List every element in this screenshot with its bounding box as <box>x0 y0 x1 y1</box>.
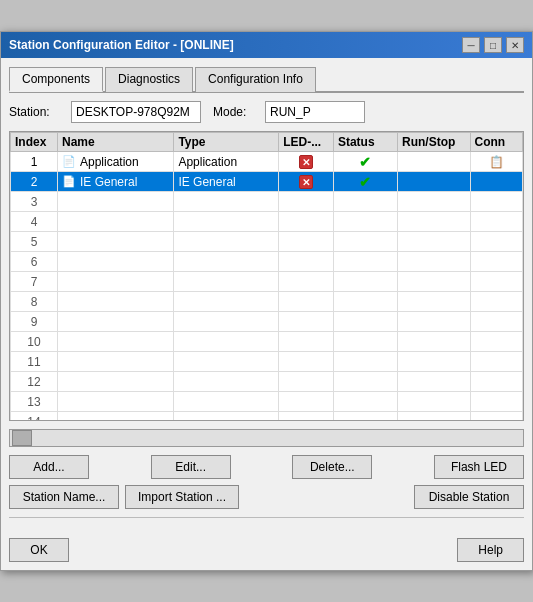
col-header-status: Status <box>333 133 397 152</box>
window-title: Station Configuration Editor - [ONLINE] <box>9 38 234 52</box>
close-button[interactable]: ✕ <box>506 37 524 53</box>
components-table: Index Name Type LED-... Status Run/Stop … <box>10 132 523 421</box>
cell-conn: 📋 <box>470 152 522 172</box>
tab-configuration-info[interactable]: Configuration Info <box>195 67 316 92</box>
col-header-led: LED-... <box>279 133 334 152</box>
content-area: Components Diagnostics Configuration Inf… <box>1 58 532 534</box>
minimize-button[interactable]: ─ <box>462 37 480 53</box>
station-label: Station: <box>9 105 59 119</box>
cell-status: ✔ <box>333 152 397 172</box>
cell-index: 1 <box>11 152 58 172</box>
table-row-empty[interactable]: 5 <box>11 232 523 252</box>
cell-status: ✔ <box>333 172 397 192</box>
button-row-2: Station Name... Import Station ... Disab… <box>9 485 524 509</box>
col-header-index: Index <box>11 133 58 152</box>
station-name-button[interactable]: Station Name... <box>9 485 119 509</box>
table-row-empty[interactable]: 4 <box>11 212 523 232</box>
station-input[interactable] <box>71 101 201 123</box>
table-row-empty[interactable]: 10 <box>11 332 523 352</box>
table-row-empty[interactable]: 8 <box>11 292 523 312</box>
table-header-row: Index Name Type LED-... Status Run/Stop … <box>11 133 523 152</box>
table-row[interactable]: 2📄IE GeneralIE General✕✔ <box>11 172 523 192</box>
components-table-container: Index Name Type LED-... Status Run/Stop … <box>9 131 524 421</box>
main-window: Station Configuration Editor - [ONLINE] … <box>0 31 533 571</box>
help-button[interactable]: Help <box>457 538 524 562</box>
cell-runstop <box>397 172 470 192</box>
cell-runstop <box>397 152 470 172</box>
row-doc-icon: 📄 <box>62 175 76 188</box>
cell-led: ✕ <box>279 152 334 172</box>
table-row-empty[interactable]: 14 <box>11 412 523 422</box>
cell-name-text: IE General <box>80 175 137 189</box>
table-row-empty[interactable]: 9 <box>11 312 523 332</box>
flash-led-button[interactable]: Flash LED <box>434 455 524 479</box>
tab-diagnostics[interactable]: Diagnostics <box>105 67 193 92</box>
cell-name: 📄Application <box>57 152 173 172</box>
mode-input[interactable] <box>265 101 365 123</box>
cell-name: 📄IE General <box>57 172 173 192</box>
cell-type: Application <box>174 152 279 172</box>
title-bar-buttons: ─ □ ✕ <box>462 37 524 53</box>
station-form-row: Station: Mode: <box>9 101 524 123</box>
horizontal-scrollbar[interactable] <box>9 429 524 447</box>
cell-index: 2 <box>11 172 58 192</box>
tab-components[interactable]: Components <box>9 67 103 92</box>
disable-station-button[interactable]: Disable Station <box>414 485 524 509</box>
col-header-name: Name <box>57 133 173 152</box>
mode-label: Mode: <box>213 105 253 119</box>
scrollbar-thumb[interactable] <box>12 430 32 446</box>
maximize-button[interactable]: □ <box>484 37 502 53</box>
ok-button[interactable]: OK <box>9 538 69 562</box>
button-row-1: Add... Edit... Delete... Flash LED <box>9 455 524 479</box>
col-header-type: Type <box>174 133 279 152</box>
table-row-empty[interactable]: 3 <box>11 192 523 212</box>
add-button[interactable]: Add... <box>9 455 89 479</box>
table-row-empty[interactable]: 6 <box>11 252 523 272</box>
table-row[interactable]: 1📄ApplicationApplication✕✔📋 <box>11 152 523 172</box>
separator <box>9 517 524 518</box>
table-body: 1📄ApplicationApplication✕✔📋2📄IE GeneralI… <box>11 152 523 422</box>
row-doc-icon: 📄 <box>62 155 76 168</box>
table-row-empty[interactable]: 7 <box>11 272 523 292</box>
cell-name-text: Application <box>80 155 139 169</box>
delete-button[interactable]: Delete... <box>292 455 372 479</box>
edit-button[interactable]: Edit... <box>151 455 231 479</box>
table-row-empty[interactable]: 13 <box>11 392 523 412</box>
col-header-runstop: Run/Stop <box>397 133 470 152</box>
col-header-conn: Conn <box>470 133 522 152</box>
table-row-empty[interactable]: 12 <box>11 372 523 392</box>
cell-type: IE General <box>174 172 279 192</box>
status-icon: ✔ <box>359 174 371 190</box>
tab-bar: Components Diagnostics Configuration Inf… <box>9 66 524 93</box>
table-row-empty[interactable]: 11 <box>11 352 523 372</box>
status-icon: ✔ <box>359 154 371 170</box>
import-station-button[interactable]: Import Station ... <box>125 485 239 509</box>
title-bar: Station Configuration Editor - [ONLINE] … <box>1 32 532 58</box>
footer-row: OK Help <box>1 534 532 570</box>
cell-conn <box>470 172 522 192</box>
cell-led: ✕ <box>279 172 334 192</box>
